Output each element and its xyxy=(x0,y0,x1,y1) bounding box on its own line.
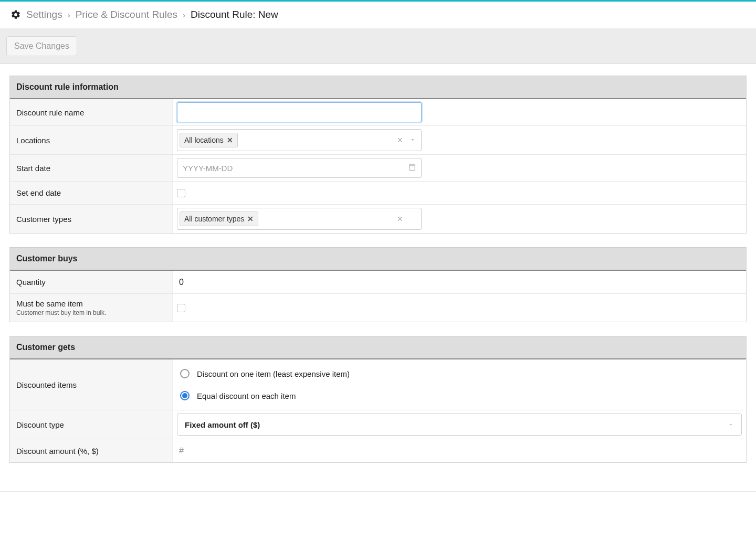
chevron-down-icon xyxy=(728,420,734,429)
remove-tag-icon[interactable]: ✕ xyxy=(247,215,254,223)
label-locations: Locations xyxy=(10,126,173,154)
breadcrumb-pricerules-link[interactable]: Price & Discount Rules xyxy=(76,9,177,20)
locations-tag-all[interactable]: All locations ✕ xyxy=(180,133,238,147)
customer-types-tag-all[interactable]: All customer types ✕ xyxy=(180,211,258,226)
section-discount-rule-info: Discount rule information Discount rule … xyxy=(9,76,747,234)
set-end-date-checkbox[interactable] xyxy=(177,189,185,197)
label-same-item-sub: Customer must buy item in bulk. xyxy=(16,309,166,316)
same-item-checkbox[interactable] xyxy=(177,304,185,312)
label-set-end-date: Set end date xyxy=(10,182,173,204)
gear-icon xyxy=(10,9,21,20)
discount-rule-name-input[interactable] xyxy=(177,102,422,122)
radio-discount-each-item-label: Equal discount on each item xyxy=(197,391,296,400)
locations-tag-label: All locations xyxy=(184,136,224,144)
customer-types-select[interactable]: All customer types ✕ ✕ xyxy=(177,208,422,230)
label-discount-type: Discount type xyxy=(10,410,173,439)
discount-type-value: Fixed amount off ($) xyxy=(185,420,260,429)
chevron-down-icon[interactable] xyxy=(410,136,416,145)
chevron-right-icon: › xyxy=(183,10,185,19)
section-header-gets: Customer gets xyxy=(10,336,746,359)
label-discounted-items: Discounted items xyxy=(10,359,173,410)
customer-types-tag-label: All customer types xyxy=(184,215,244,223)
calendar-icon[interactable] xyxy=(408,163,416,173)
quantity-input[interactable] xyxy=(173,271,290,293)
radio-discount-one-item-label: Discount on one item (least expensive it… xyxy=(197,369,350,378)
section-header-info: Discount rule information xyxy=(10,76,746,99)
label-same-item-main: Must be same item xyxy=(16,299,166,308)
radio-discount-one-item[interactable] xyxy=(180,369,190,378)
breadcrumb-settings-link[interactable]: Settings xyxy=(26,9,62,20)
label-discount-rule-name: Discount rule name xyxy=(10,99,173,125)
section-customer-buys: Customer buys Quantity Must be same item… xyxy=(9,247,747,322)
label-discount-amount: Discount amount (%, $) xyxy=(10,439,173,462)
label-customer-types: Customer types xyxy=(10,205,173,233)
label-start-date: Start date xyxy=(10,155,173,181)
label-quantity: Quantity xyxy=(10,271,173,293)
section-customer-gets: Customer gets Discounted items Discount … xyxy=(9,336,747,463)
radio-discount-each-item[interactable] xyxy=(180,391,190,400)
footer-divider xyxy=(0,491,756,492)
start-date-input[interactable] xyxy=(177,158,422,178)
clear-all-icon[interactable]: ✕ xyxy=(397,215,403,223)
discount-amount-input[interactable] xyxy=(173,440,290,461)
label-same-item: Must be same item Customer must buy item… xyxy=(10,294,173,322)
discount-type-select[interactable]: Fixed amount off ($) xyxy=(177,414,742,436)
toolbar: Save Changes xyxy=(0,28,756,64)
remove-tag-icon[interactable]: ✕ xyxy=(227,136,233,144)
locations-select[interactable]: All locations ✕ ✕ xyxy=(177,129,422,151)
clear-all-icon[interactable]: ✕ xyxy=(397,136,403,144)
save-button[interactable]: Save Changes xyxy=(6,36,77,56)
section-header-buys: Customer buys xyxy=(10,247,746,271)
chevron-right-icon: › xyxy=(68,10,70,19)
breadcrumb: Settings › Price & Discount Rules › Disc… xyxy=(0,2,756,28)
breadcrumb-current: Discount Rule: New xyxy=(191,9,278,20)
